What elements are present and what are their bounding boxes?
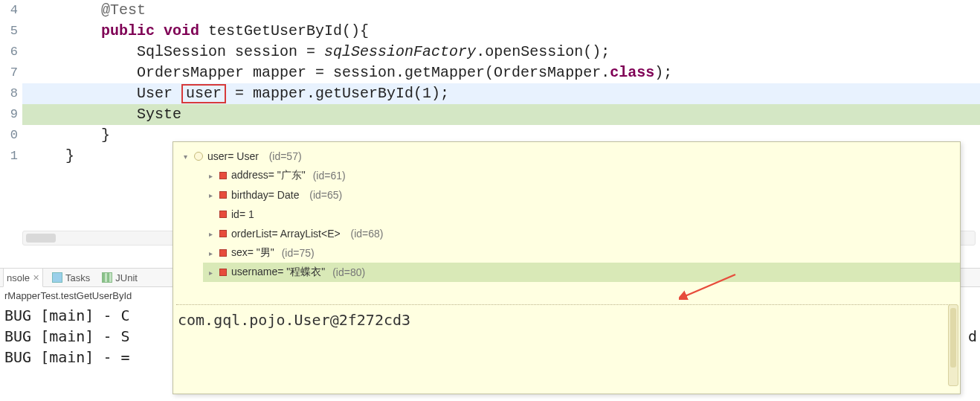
tab-tasks[interactable]: Tasks: [49, 272, 93, 283]
code-line[interactable]: public void testGetUserById(){: [22, 21, 980, 42]
node-label: username= "程蝶衣": [231, 266, 325, 279]
console-row-tail: d: [968, 326, 980, 347]
gutter-line-number: 0: [0, 125, 22, 146]
gutter-line-number: 7: [0, 62, 22, 83]
gutter-line-number: 1: [0, 146, 22, 167]
gutter-line-number: 8: [0, 83, 22, 104]
node-meta: (id=68): [345, 228, 384, 240]
tree-node[interactable]: orderList= ArrayList<E> (id=68): [203, 224, 960, 243]
node-label: orderList= ArrayList<E>: [231, 228, 341, 240]
field-icon: [219, 230, 227, 237]
tree-node[interactable]: birthday= Date (id=65): [203, 185, 960, 205]
static-call: sqlSessionFactory: [324, 43, 476, 60]
debug-tostring-output: com.gql.pojo.User@2f272cd3: [176, 304, 957, 329]
code-text: = mapper.getUserById(1);: [226, 85, 449, 102]
code-line[interactable]: OrdersMapper mapper = session.getMapper(…: [22, 62, 980, 83]
node-label: birthday= Date: [231, 189, 299, 201]
code-text: User: [137, 85, 181, 102]
node-meta: (id=57): [263, 150, 302, 162]
chevron-right-icon[interactable]: [206, 172, 215, 180]
node-label: address= "广东": [231, 169, 306, 182]
tree-node[interactable]: id= 1: [203, 205, 960, 224]
field-icon: [219, 211, 227, 218]
tab-label: JUnit: [115, 272, 138, 283]
gutter-line-number: 9: [0, 104, 22, 125]
gutter-line-number: 5: [0, 21, 22, 42]
code-text: }: [65, 147, 74, 164]
scrollbar-thumb[interactable]: [26, 234, 56, 243]
tab-label: nsole: [7, 272, 30, 283]
chevron-right-icon[interactable]: [206, 269, 215, 277]
tree-node[interactable]: sex= "男" (id=75): [203, 243, 960, 263]
node-label: id= 1: [231, 208, 254, 220]
keyword: public: [101, 22, 155, 39]
junit-icon: [102, 272, 112, 283]
tab-junit[interactable]: JUnit: [99, 272, 141, 283]
code-text: );: [654, 64, 672, 81]
field-icon: [219, 191, 227, 199]
keyword: class: [610, 64, 654, 81]
debug-inspect-popup[interactable]: user= User (id=57) address= "广东" (id=61)…: [173, 141, 961, 394]
code-text: Syste: [137, 106, 181, 123]
code-line[interactable]: SqlSession session = sqlSessionFactory.o…: [22, 42, 980, 62]
node-meta: (id=65): [303, 189, 342, 201]
code-line[interactable]: @Test: [22, 0, 980, 21]
field-icon: [219, 172, 227, 179]
tasks-icon: [52, 272, 62, 283]
chevron-right-icon[interactable]: [206, 230, 215, 238]
scrollbar-thumb[interactable]: [950, 308, 956, 368]
keyword: void: [164, 22, 199, 39]
code-line-current[interactable]: User user = mapper.getUserById(1);: [22, 83, 980, 104]
field-icon: [219, 249, 227, 257]
node-meta: (id=80): [329, 266, 365, 278]
close-icon[interactable]: ✕: [33, 273, 39, 283]
tree-node[interactable]: address= "广东" (id=61): [203, 166, 960, 185]
node-label: user= User: [207, 150, 259, 162]
node-meta: (id=61): [310, 170, 346, 182]
code-text: }: [101, 126, 110, 144]
tab-console[interactable]: nsole ✕: [3, 268, 43, 287]
code-text: SqlSession session =: [137, 43, 324, 60]
code-line-exec[interactable]: Syste: [22, 104, 980, 125]
gutter-line-number: 4: [0, 0, 22, 21]
variable-highlight-user[interactable]: user: [181, 84, 226, 103]
gutter-line-number: 6: [0, 42, 22, 62]
field-icon: [219, 269, 227, 276]
breadcrumb: rMapperTest.testGetUserById: [0, 287, 136, 304]
chevron-right-icon[interactable]: [206, 249, 215, 257]
tab-label: Tasks: [65, 272, 90, 283]
code-text: .openSession();: [476, 43, 610, 60]
tree-node-root[interactable]: user= User (id=57): [178, 147, 960, 166]
debug-tree[interactable]: user= User (id=57) address= "广东" (id=61)…: [173, 142, 960, 286]
tree-node[interactable]: username= "程蝶衣" (id=80): [203, 263, 960, 282]
chevron-right-icon[interactable]: [206, 191, 215, 199]
console-row: BUG [main] - S: [4, 326, 130, 347]
annotation-text: @Test: [101, 1, 146, 19]
code-text: OrdersMapper mapper = session.getMapper(…: [137, 64, 610, 81]
object-icon: [194, 152, 203, 161]
code-text: testGetUserById(){: [199, 22, 369, 39]
node-label: sex= "男": [231, 246, 274, 260]
chevron-down-icon[interactable]: [181, 153, 190, 161]
node-meta: (id=75): [279, 247, 315, 259]
popup-vertical-scrollbar[interactable]: [948, 304, 958, 386]
